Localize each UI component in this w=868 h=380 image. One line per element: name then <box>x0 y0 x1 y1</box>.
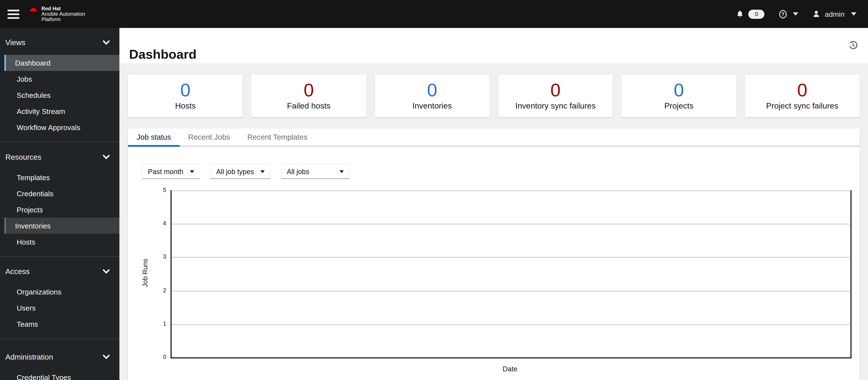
nav-section-header-access[interactable]: Access <box>0 263 119 279</box>
user-icon <box>812 10 821 18</box>
sidebar-item-workflow-approvals[interactable]: Workflow Approvals <box>4 119 119 135</box>
sidebar-item-activity-stream[interactable]: Activity Stream <box>4 103 119 119</box>
hamburger-icon <box>7 9 19 11</box>
redhat-fedora-icon <box>29 6 38 13</box>
nav-toggle-button[interactable] <box>3 3 25 25</box>
nav-section-header-views[interactable]: Views <box>0 34 119 50</box>
user-menu-button[interactable]: admin <box>812 10 857 18</box>
chevron-down-icon <box>103 40 110 45</box>
dropdown-caret-icon <box>260 170 265 173</box>
summary-card-inventories: 0 Inventories <box>375 75 490 117</box>
x-axis-label: Date <box>170 365 849 373</box>
question-circle-icon: ? <box>778 9 788 19</box>
nav-section-title: Access <box>5 267 30 276</box>
sidebar-item-users[interactable]: Users <box>4 300 119 316</box>
main-content: Dashboard 0 Hosts 0 Failed hosts <box>119 28 868 380</box>
sidebar-item-teams[interactable]: Teams <box>4 316 119 332</box>
chevron-down-icon <box>851 12 857 16</box>
nav-section-access: Access Organizations Users Teams <box>0 256 119 339</box>
ansible-automation-platform-app: Red Hat Ansible Automation Platform 0 <box>0 0 868 380</box>
sidebar-item-hosts[interactable]: Hosts <box>4 234 119 250</box>
card-count[interactable]: 0 <box>375 79 490 100</box>
ytick-label: 5 <box>128 186 166 193</box>
gridline <box>172 291 850 292</box>
nav-section-title: Administration <box>5 352 53 361</box>
card-label: Hosts <box>128 101 243 110</box>
nav-section-resources: Resources Templates Credentials Projects… <box>0 142 119 256</box>
gridline <box>172 223 850 224</box>
gridline <box>172 324 850 325</box>
summary-card-project-sync-failures: 0 Project sync failures <box>745 75 860 117</box>
card-label: Inventory sync failures <box>498 101 613 110</box>
notification-count-badge[interactable]: 0 <box>748 9 765 19</box>
summary-cards: 0 Hosts 0 Failed hosts 0 Inventories 0 I… <box>128 75 860 117</box>
plot-area <box>170 190 851 358</box>
summary-card-failed-hosts: 0 Failed hosts <box>251 75 366 117</box>
card-label: Inventories <box>375 101 490 110</box>
summary-card-inventory-sync-failures: 0 Inventory sync failures <box>498 75 613 117</box>
tab-recent-jobs[interactable]: Recent Jobs <box>180 129 239 146</box>
filter-job-type-select[interactable]: All job types <box>211 164 271 179</box>
nav-section-administration: Administration Credential Types Notifica… <box>0 339 119 380</box>
brand-product-line1: Ansible Automation <box>41 11 85 17</box>
sidebar-item-dashboard[interactable]: Dashboard <box>4 55 119 71</box>
brand-product-line2: Platform <box>41 17 85 22</box>
brand-logo: Red Hat Ansible Automation Platform <box>29 6 85 22</box>
dropdown-caret-icon <box>190 170 194 173</box>
chart-panel: Job status Recent Jobs Recent Templates … <box>128 129 860 380</box>
sidebar-item-organizations[interactable]: Organizations <box>4 284 119 300</box>
chevron-down-icon <box>103 269 110 274</box>
card-count[interactable]: 0 <box>621 79 736 100</box>
card-count[interactable]: 0 <box>251 79 366 100</box>
sidebar-item-schedules[interactable]: Schedules <box>4 87 119 103</box>
history-icon <box>848 40 859 50</box>
gridline <box>172 190 850 191</box>
card-label: Projects <box>621 101 736 110</box>
card-count[interactable]: 0 <box>128 79 243 100</box>
nav-section-title: Views <box>5 38 25 47</box>
ytick-label: 4 <box>128 220 166 226</box>
summary-card-hosts: 0 Hosts <box>128 75 243 117</box>
chart-filters: Past month All job types All jobs <box>142 164 350 179</box>
chevron-down-icon <box>103 354 110 359</box>
sidebar-item-inventories[interactable]: Inventories <box>4 218 119 234</box>
chevron-down-icon <box>793 12 799 16</box>
y-axis-label: Job Runs <box>142 246 149 300</box>
dropdown-caret-icon <box>340 170 344 173</box>
tab-job-status[interactable]: Job status <box>128 129 180 146</box>
gridline <box>172 257 850 258</box>
card-count[interactable]: 0 <box>745 79 860 100</box>
sidebar-item-projects[interactable]: Projects <box>4 202 119 218</box>
sidebar-item-credentials[interactable]: Credentials <box>4 185 119 202</box>
nav-section-title: Resources <box>5 152 41 161</box>
masthead: Red Hat Ansible Automation Platform 0 <box>0 0 868 28</box>
nav-section-header-administration[interactable]: Administration <box>0 349 119 365</box>
card-count[interactable]: 0 <box>498 79 613 100</box>
summary-card-projects: 0 Projects <box>621 75 736 117</box>
filter-job-select[interactable]: All jobs <box>281 164 350 179</box>
bell-icon <box>736 10 744 18</box>
filter-date-range-select[interactable]: Past month <box>142 164 200 179</box>
nav-section-views: Views Dashboard Jobs Schedules Activity … <box>0 28 119 142</box>
sidebar-item-jobs[interactable]: Jobs <box>4 71 119 87</box>
sidebar-nav: Views Dashboard Jobs Schedules Activity … <box>0 28 119 380</box>
ytick-label: 0 <box>128 353 166 360</box>
sidebar-item-templates[interactable]: Templates <box>4 169 119 185</box>
ytick-label: 1 <box>128 320 166 327</box>
svg-text:?: ? <box>781 11 784 17</box>
tabs: Job status Recent Jobs Recent Templates <box>128 129 860 147</box>
nav-section-header-resources[interactable]: Resources <box>0 149 119 165</box>
tab-recent-templates[interactable]: Recent Templates <box>239 129 316 146</box>
help-menu-button[interactable]: ? <box>778 9 799 19</box>
history-button[interactable] <box>848 40 859 50</box>
chevron-down-icon <box>103 154 110 160</box>
username: admin <box>825 10 844 18</box>
notifications-button[interactable] <box>736 10 744 18</box>
sidebar-item-credential-types[interactable]: Credential Types <box>4 369 119 380</box>
card-label: Failed hosts <box>251 101 366 110</box>
brand-name: Red Hat <box>41 6 85 11</box>
page-title: Dashboard <box>129 47 196 62</box>
page-header-band: Dashboard <box>119 28 868 63</box>
card-label: Project sync failures <box>745 101 860 110</box>
